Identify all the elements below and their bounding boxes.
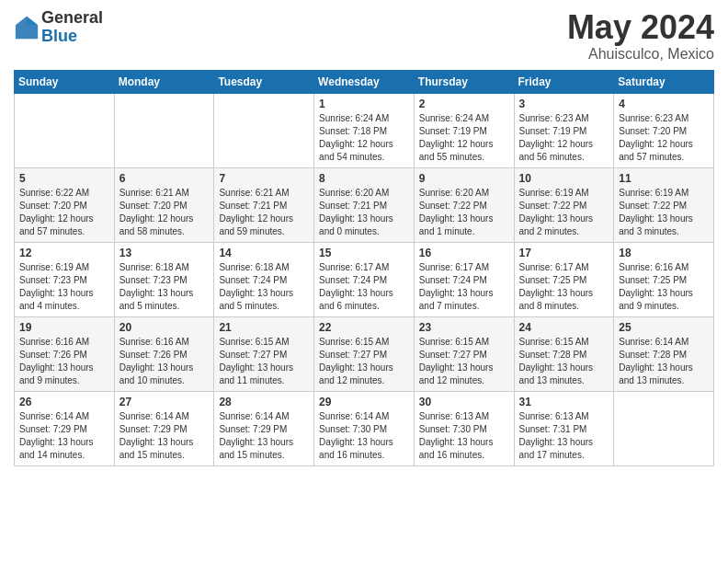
- day-number: 13: [119, 247, 210, 259]
- day-info: Sunrise: 6:18 AMSunset: 7:24 PMDaylight:…: [219, 261, 309, 313]
- day-number: 30: [419, 396, 509, 408]
- table-row: 26Sunrise: 6:14 AMSunset: 7:29 PMDayligh…: [15, 391, 115, 465]
- day-number: 19: [19, 321, 109, 334]
- table-row: 15Sunrise: 6:17 AMSunset: 7:24 PMDayligh…: [314, 242, 415, 316]
- day-number: 10: [519, 172, 609, 185]
- day-info: Sunrise: 6:13 AMSunset: 7:31 PMDaylight:…: [519, 410, 609, 462]
- day-info: Sunrise: 6:23 AMSunset: 7:19 PMDaylight:…: [519, 112, 609, 164]
- calendar-week-row: 12Sunrise: 6:19 AMSunset: 7:23 PMDayligh…: [15, 242, 714, 316]
- day-number: 2: [419, 98, 509, 110]
- day-info: Sunrise: 6:17 AMSunset: 7:25 PMDaylight:…: [519, 261, 609, 313]
- table-row: 14Sunrise: 6:18 AMSunset: 7:24 PMDayligh…: [214, 242, 314, 316]
- col-monday: Monday: [114, 70, 214, 93]
- col-friday: Friday: [514, 70, 614, 93]
- day-info: Sunrise: 6:16 AMSunset: 7:26 PMDaylight:…: [19, 336, 109, 387]
- day-number: 15: [319, 247, 409, 259]
- day-number: 4: [619, 98, 709, 110]
- col-saturday: Saturday: [614, 70, 714, 93]
- day-number: 24: [519, 321, 609, 334]
- table-row: 8Sunrise: 6:20 AMSunset: 7:21 PMDaylight…: [314, 167, 415, 242]
- table-row: 30Sunrise: 6:13 AMSunset: 7:30 PMDayligh…: [414, 391, 514, 465]
- day-info: Sunrise: 6:24 AMSunset: 7:18 PMDaylight:…: [319, 112, 409, 164]
- day-info: Sunrise: 6:14 AMSunset: 7:30 PMDaylight:…: [319, 410, 409, 462]
- day-info: Sunrise: 6:14 AMSunset: 7:28 PMDaylight:…: [619, 336, 709, 387]
- table-row: 25Sunrise: 6:14 AMSunset: 7:28 PMDayligh…: [614, 316, 714, 391]
- table-row: [214, 93, 314, 167]
- day-number: 14: [219, 247, 309, 259]
- day-info: Sunrise: 6:14 AMSunset: 7:29 PMDaylight:…: [19, 410, 109, 462]
- day-number: 5: [19, 172, 109, 185]
- day-info: Sunrise: 6:16 AMSunset: 7:25 PMDaylight:…: [619, 261, 709, 313]
- table-row: 17Sunrise: 6:17 AMSunset: 7:25 PMDayligh…: [514, 242, 614, 316]
- day-number: 17: [519, 247, 609, 259]
- day-number: 25: [619, 321, 709, 334]
- day-number: 18: [619, 247, 709, 259]
- table-row: 11Sunrise: 6:19 AMSunset: 7:22 PMDayligh…: [614, 167, 714, 242]
- day-info: Sunrise: 6:21 AMSunset: 7:20 PMDaylight:…: [119, 187, 210, 238]
- table-row: 24Sunrise: 6:15 AMSunset: 7:28 PMDayligh…: [514, 316, 614, 391]
- table-row: 23Sunrise: 6:15 AMSunset: 7:27 PMDayligh…: [414, 316, 514, 391]
- day-info: Sunrise: 6:14 AMSunset: 7:29 PMDaylight:…: [219, 410, 309, 462]
- col-sunday: Sunday: [15, 70, 115, 93]
- calendar-week-row: 26Sunrise: 6:14 AMSunset: 7:29 PMDayligh…: [15, 391, 714, 465]
- table-row: [114, 93, 214, 167]
- table-row: [15, 93, 115, 167]
- day-info: Sunrise: 6:20 AMSunset: 7:22 PMDaylight:…: [419, 187, 509, 238]
- title-block: May 2024 Ahuisculco, Mexico: [567, 9, 714, 63]
- table-row: 7Sunrise: 6:21 AMSunset: 7:21 PMDaylight…: [214, 167, 314, 242]
- day-number: 7: [219, 172, 309, 185]
- day-info: Sunrise: 6:15 AMSunset: 7:28 PMDaylight:…: [519, 336, 609, 387]
- day-number: 22: [319, 321, 409, 334]
- table-row: 4Sunrise: 6:23 AMSunset: 7:20 PMDaylight…: [614, 93, 714, 167]
- calendar-header-row: Sunday Monday Tuesday Wednesday Thursday…: [15, 70, 714, 93]
- day-info: Sunrise: 6:15 AMSunset: 7:27 PMDaylight:…: [319, 336, 409, 387]
- day-info: Sunrise: 6:23 AMSunset: 7:20 PMDaylight:…: [619, 112, 709, 164]
- day-number: 1: [319, 98, 409, 110]
- day-info: Sunrise: 6:20 AMSunset: 7:21 PMDaylight:…: [319, 187, 409, 238]
- day-number: 28: [219, 396, 309, 408]
- table-row: 9Sunrise: 6:20 AMSunset: 7:22 PMDaylight…: [414, 167, 514, 242]
- col-tuesday: Tuesday: [214, 70, 314, 93]
- table-row: 12Sunrise: 6:19 AMSunset: 7:23 PMDayligh…: [15, 242, 115, 316]
- day-info: Sunrise: 6:24 AMSunset: 7:19 PMDaylight:…: [419, 112, 509, 164]
- table-row: 22Sunrise: 6:15 AMSunset: 7:27 PMDayligh…: [314, 316, 415, 391]
- calendar-location: Ahuisculco, Mexico: [567, 46, 714, 63]
- day-info: Sunrise: 6:22 AMSunset: 7:20 PMDaylight:…: [19, 187, 109, 238]
- day-info: Sunrise: 6:14 AMSunset: 7:29 PMDaylight:…: [119, 410, 210, 462]
- table-row: [614, 391, 714, 465]
- table-row: 19Sunrise: 6:16 AMSunset: 7:26 PMDayligh…: [15, 316, 115, 391]
- col-thursday: Thursday: [414, 70, 514, 93]
- table-row: 27Sunrise: 6:14 AMSunset: 7:29 PMDayligh…: [114, 391, 214, 465]
- table-row: 29Sunrise: 6:14 AMSunset: 7:30 PMDayligh…: [314, 391, 415, 465]
- day-info: Sunrise: 6:15 AMSunset: 7:27 PMDaylight:…: [419, 336, 509, 387]
- logo: General Blue: [14, 9, 103, 46]
- table-row: 1Sunrise: 6:24 AMSunset: 7:18 PMDaylight…: [314, 93, 415, 167]
- day-number: 31: [519, 396, 609, 408]
- table-row: 18Sunrise: 6:16 AMSunset: 7:25 PMDayligh…: [614, 242, 714, 316]
- day-number: 21: [219, 321, 309, 334]
- logo-general-text: General: [41, 9, 103, 28]
- day-number: 23: [419, 321, 509, 334]
- day-number: 11: [619, 172, 709, 185]
- day-number: 26: [19, 396, 109, 408]
- day-info: Sunrise: 6:17 AMSunset: 7:24 PMDaylight:…: [419, 261, 509, 313]
- day-number: 12: [19, 247, 109, 259]
- day-info: Sunrise: 6:19 AMSunset: 7:22 PMDaylight:…: [519, 187, 609, 238]
- table-row: 28Sunrise: 6:14 AMSunset: 7:29 PMDayligh…: [214, 391, 314, 465]
- day-number: 16: [419, 247, 509, 259]
- table-row: 6Sunrise: 6:21 AMSunset: 7:20 PMDaylight…: [114, 167, 214, 242]
- day-number: 6: [119, 172, 210, 185]
- day-info: Sunrise: 6:15 AMSunset: 7:27 PMDaylight:…: [219, 336, 309, 387]
- day-info: Sunrise: 6:21 AMSunset: 7:21 PMDaylight:…: [219, 187, 309, 238]
- calendar-week-row: 1Sunrise: 6:24 AMSunset: 7:18 PMDaylight…: [15, 93, 714, 167]
- day-info: Sunrise: 6:19 AMSunset: 7:22 PMDaylight:…: [619, 187, 709, 238]
- calendar-week-row: 5Sunrise: 6:22 AMSunset: 7:20 PMDaylight…: [15, 167, 714, 242]
- table-row: 20Sunrise: 6:16 AMSunset: 7:26 PMDayligh…: [114, 316, 214, 391]
- day-info: Sunrise: 6:17 AMSunset: 7:24 PMDaylight:…: [319, 261, 409, 313]
- table-row: 31Sunrise: 6:13 AMSunset: 7:31 PMDayligh…: [514, 391, 614, 465]
- day-number: 20: [119, 321, 210, 334]
- page: General Blue May 2024 Ahuisculco, Mexico…: [0, 0, 728, 480]
- day-info: Sunrise: 6:16 AMSunset: 7:26 PMDaylight:…: [119, 336, 210, 387]
- day-number: 29: [319, 396, 409, 408]
- calendar-title: May 2024: [567, 9, 714, 46]
